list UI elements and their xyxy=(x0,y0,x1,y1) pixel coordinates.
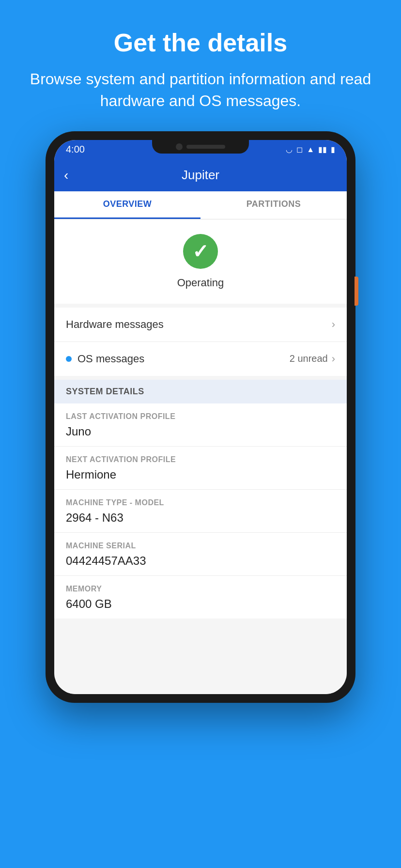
os-messages-label: OS messages xyxy=(77,353,290,365)
status-check-circle: ✓ xyxy=(183,234,218,269)
chevron-right-icon: › xyxy=(332,353,335,365)
tab-overview[interactable]: OVERVIEW xyxy=(54,191,200,219)
check-icon: ✓ xyxy=(192,242,209,261)
machine-type-value: 2964 - N63 xyxy=(66,511,335,525)
status-icons: ◡ ◻ ▲ ▮▮ ▮ xyxy=(286,145,335,154)
phone-camera xyxy=(176,143,183,150)
content-area: ✓ Operating Hardware messages › OS messa… xyxy=(54,219,347,694)
list-section: Hardware messages › OS messages 2 unread… xyxy=(54,308,347,376)
machine-serial-value: 04424457AA33 xyxy=(66,554,335,568)
page-title: Get the details xyxy=(29,29,372,57)
status-time: 4:00 xyxy=(66,144,85,155)
sd-card-icon: ◻ xyxy=(296,145,303,154)
next-activation-profile-value: Hermione xyxy=(66,468,335,481)
status-label: Operating xyxy=(177,277,224,289)
unread-dot-icon xyxy=(66,356,72,362)
sim-icon: ◡ xyxy=(286,145,293,154)
chevron-right-icon: › xyxy=(332,318,335,331)
app-bar-title: Jupiter xyxy=(182,168,219,183)
memory-value: 6400 GB xyxy=(66,597,335,611)
machine-type-row: MACHINE TYPE - MODEL 2964 - N63 xyxy=(54,490,347,533)
last-activation-profile-value: Juno xyxy=(66,425,335,438)
app-bar: ‹ Jupiter xyxy=(54,159,347,191)
battery-icon: ▮ xyxy=(331,145,335,154)
phone-side-button xyxy=(355,277,358,306)
phone-screen: 4:00 ◡ ◻ ▲ ▮▮ ▮ ‹ Jupiter OVERVIEW PARTI… xyxy=(54,140,347,694)
last-activation-profile-row: LAST ACTIVATION PROFILE Juno xyxy=(54,403,347,447)
wifi-icon: ▲ xyxy=(307,145,314,154)
next-activation-profile-row: NEXT ACTIVATION PROFILE Hermione xyxy=(54,447,347,490)
system-details-header: SYSTEM DETAILS xyxy=(54,380,347,403)
tabs-bar: OVERVIEW PARTITIONS xyxy=(54,191,347,219)
phone-frame: 4:00 ◡ ◻ ▲ ▮▮ ▮ ‹ Jupiter OVERVIEW PARTI… xyxy=(46,131,355,703)
last-activation-profile-label: LAST ACTIVATION PROFILE xyxy=(66,412,335,421)
next-activation-profile-label: NEXT ACTIVATION PROFILE xyxy=(66,455,335,464)
hardware-messages-item[interactable]: Hardware messages › xyxy=(54,308,347,342)
unread-count: 2 unread xyxy=(290,353,328,364)
machine-type-label: MACHINE TYPE - MODEL xyxy=(66,498,335,507)
status-section: ✓ Operating xyxy=(54,219,347,304)
section-header-text: SYSTEM DETAILS xyxy=(66,387,144,396)
detail-section: LAST ACTIVATION PROFILE Juno NEXT ACTIVA… xyxy=(54,403,347,619)
machine-serial-row: MACHINE SERIAL 04424457AA33 xyxy=(54,533,347,576)
back-button[interactable]: ‹ xyxy=(64,168,68,183)
memory-row: MEMORY 6400 GB xyxy=(54,576,347,619)
phone-speaker xyxy=(186,145,225,149)
signal-icon: ▮▮ xyxy=(318,145,327,154)
memory-label: MEMORY xyxy=(66,585,335,593)
page-header: Get the details Browse system and partit… xyxy=(0,0,401,131)
os-messages-item[interactable]: OS messages 2 unread › xyxy=(54,342,347,376)
page-subtitle: Browse system and partition information … xyxy=(29,68,372,112)
tab-partitions[interactable]: PARTITIONS xyxy=(200,191,347,219)
machine-serial-label: MACHINE SERIAL xyxy=(66,542,335,550)
hardware-messages-label: Hardware messages xyxy=(66,318,332,331)
phone-notch xyxy=(152,140,249,154)
